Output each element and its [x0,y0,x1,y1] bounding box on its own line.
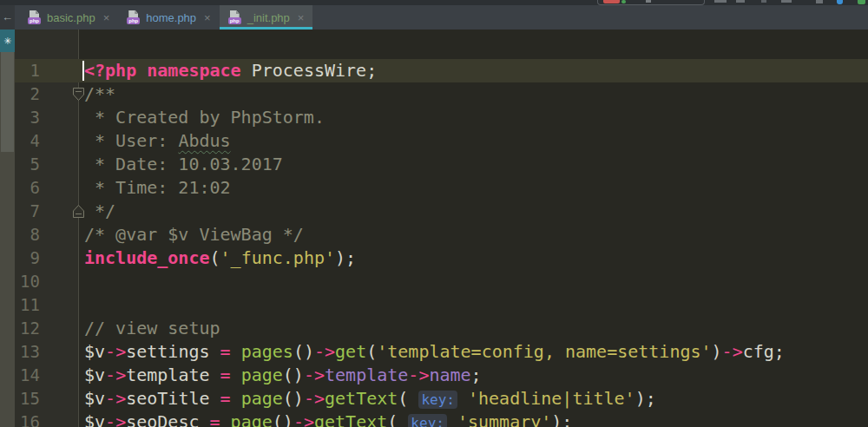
line-number[interactable]: 14 [15,364,40,387]
parameter-hint: key: [418,391,457,409]
line-number[interactable]: 9 [15,246,40,270]
code-line[interactable]: 4 * User: Abdus [15,129,868,153]
caret [82,61,84,81]
run-icon [621,0,626,3]
code-line[interactable]: 16$v->seoDesc = page()->getText( key: 's… [15,411,868,427]
line-number[interactable]: 8 [15,223,40,246]
tab-init-php-active[interactable]: php _init.php × [220,5,313,30]
parameter-hint: key: [408,414,447,427]
code-text[interactable]: $v->seoTitle = page()->getText( key: 'he… [84,387,656,411]
code-editor[interactable]: 1<?php namespace ProcessWire;2/**3 * Cre… [15,30,868,427]
toolbar-remnant [714,0,727,3]
code-text[interactable]: * Date: 10.03.2017 [84,153,283,176]
code-line[interactable]: 14$v->template = page()->template->name; [15,364,868,387]
toolbar-strip [0,0,868,5]
code-line[interactable]: 13$v->settings = pages()->get('template=… [15,340,868,364]
code-line[interactable]: 3 * Created by PhpStorm. [15,106,868,129]
line-number[interactable]: 15 [15,387,40,411]
current-line[interactable]: 1<?php namespace ProcessWire; [15,59,868,82]
code-text[interactable]: // view setup [84,317,220,340]
code-text[interactable]: */ [84,200,115,223]
line-number[interactable]: 6 [15,176,40,200]
toolbar-icon-green [858,0,865,4]
close-icon[interactable]: × [298,11,305,24]
code-line[interactable]: 5 * Date: 10.03.2017 [15,153,868,176]
code-text[interactable]: $v->seoDesc = page()->getText( key: 'sum… [84,411,572,427]
line-number[interactable]: 7 [15,200,40,223]
code-text[interactable]: * Created by PhpStorm. [84,106,325,129]
back-arrow-icon[interactable]: ← [0,5,15,30]
tab-label: basic.php [47,11,95,24]
code-text[interactable]: $v->template = page()->template->name; [84,364,482,387]
toolbar-remnant [646,0,651,3]
toolbar-remnant [761,0,766,3]
code-text[interactable]: include_once('_func.php'); [84,246,356,270]
line-number[interactable]: 16 [15,411,40,427]
toolbar-remnant [816,0,823,3]
code-text[interactable]: /* @var $v ViewBag */ [84,223,304,246]
fold-end-icon[interactable] [72,204,85,219]
line-number[interactable]: 10 [15,270,40,293]
tab-basic-php[interactable]: php basic.php × [19,5,118,30]
code-line[interactable]: 15$v->seoTitle = page()->getText( key: '… [15,387,868,411]
active-tab-underline [220,27,313,30]
close-icon[interactable]: × [103,11,110,24]
tab-label: home.php [146,11,196,24]
line-number[interactable]: 11 [15,293,40,317]
code-text[interactable]: * Time: 21:02 [84,176,231,200]
editor-tab-bar: php basic.php × php home.php × php _init… [0,5,868,30]
code-text[interactable]: * User: Abdus [84,129,231,153]
php-file-icon: php [127,10,140,24]
code-text[interactable]: $v->settings = pages()->get('template=co… [84,340,785,364]
scrollbar-thumb[interactable] [1,52,14,152]
tab-label: _init.php [247,11,290,24]
line-number[interactable]: 5 [15,153,40,176]
code-line[interactable]: 8/* @var $v ViewBag */ [15,223,868,246]
code-text[interactable]: /** [84,82,115,106]
close-icon[interactable]: × [204,11,211,24]
toolbar-remnant [781,0,792,3]
progress-bar-red [603,0,620,3]
fold-start-icon[interactable] [72,87,85,102]
code-line[interactable]: 6 * Time: 21:02 [15,176,868,200]
code-text[interactable]: <?php namespace ProcessWire; [84,59,377,82]
line-number[interactable]: 3 [15,106,40,129]
inspection-widget-icon[interactable]: ✳ [0,30,15,52]
line-number[interactable]: 13 [15,340,40,364]
line-number[interactable]: 4 [15,129,40,153]
code-line[interactable]: 9include_once('_func.php'); [15,246,868,270]
toolbar-icon-blue [837,0,843,4]
php-file-icon: php [228,10,241,24]
tab-home-php[interactable]: php home.php × [118,5,219,30]
scrollbar-top: ← [0,5,15,30]
php-file-icon: php [28,10,41,24]
code-line[interactable]: 2/** [15,82,868,106]
toolbar-remnant [736,0,745,3]
code-line[interactable]: 7 */ [15,200,868,223]
code-line[interactable]: 11 [15,293,868,317]
code-line[interactable]: 12// view setup [15,317,868,340]
line-number[interactable]: 2 [15,82,40,106]
line-number[interactable]: 1 [15,59,40,82]
code-line[interactable]: 10 [15,270,868,293]
line-number[interactable]: 12 [15,317,40,340]
left-scrollbar-stripe: ← ✳ [0,5,15,427]
